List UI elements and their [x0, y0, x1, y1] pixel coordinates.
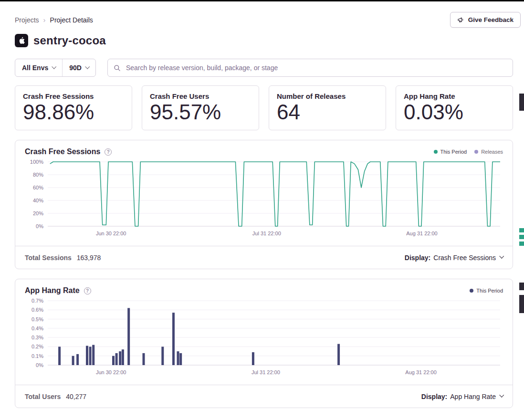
svg-text:Jul 31 22:00: Jul 31 22:00: [252, 231, 281, 236]
svg-text:0.6%: 0.6%: [31, 307, 43, 313]
svg-text:100%: 100%: [30, 159, 43, 165]
total-users-value: 40,277: [66, 393, 86, 400]
chart-area: 100%80%60%40%20%0%Jun 30 22:00Jul 31 22:…: [15, 156, 513, 246]
legend-dot-icon: [470, 289, 473, 293]
svg-text:0.5%: 0.5%: [31, 316, 43, 322]
stat-label: Crash Free Users: [150, 92, 251, 100]
legend-this-period[interactable]: This Period: [434, 149, 467, 155]
stat-card-crash-free-sessions: Crash Free Sessions 98.86%: [15, 85, 132, 130]
environment-selector-label: All Envs: [22, 64, 48, 72]
panel-header: Crash Free Sessions ? This Period Releas…: [15, 140, 513, 156]
stat-value: 98.86%: [23, 101, 124, 123]
panel-title: Crash Free Sessions: [25, 147, 100, 156]
chevron-down-icon: [85, 64, 90, 69]
svg-text:0.4%: 0.4%: [31, 326, 43, 331]
total-users-label: Total Users: [25, 393, 61, 400]
display-selector[interactable]: Display: Crash Free Sessions: [405, 254, 503, 262]
total-sessions-label: Total Sessions: [25, 254, 72, 262]
date-range-selector-label: 90D: [69, 64, 82, 72]
svg-text:40%: 40%: [33, 198, 43, 203]
panel-footer: Total Sessions 163,978 Display: Crash Fr…: [15, 246, 513, 269]
panel-footer: Total Users 40,277 Display: App Hang Rat…: [15, 385, 513, 408]
panel-title: App Hang Rate: [25, 286, 80, 295]
date-range-selector[interactable]: 90D: [62, 59, 95, 76]
release-search-box[interactable]: [107, 59, 513, 77]
svg-text:Aug 31 22:00: Aug 31 22:00: [405, 369, 436, 375]
chevron-down-icon: [499, 254, 504, 259]
screen-edge-artifact: [519, 94, 524, 111]
environment-selector[interactable]: All Envs: [15, 59, 62, 76]
stat-label: App Hang Rate: [404, 92, 505, 100]
chart-area: 0.7%0.6%0.5%0.4%0.3%0.2%0.1%0%Jun 30 22:…: [15, 295, 513, 385]
screen-edge-artifact: [519, 242, 524, 246]
chart-legend: This Period Releases: [434, 149, 503, 155]
page-content: Projects › Project Details Give Feedback…: [0, 12, 524, 408]
svg-text:Jun 30 22:00: Jun 30 22:00: [96, 231, 126, 236]
filter-bar: All Envs 90D: [15, 59, 513, 77]
svg-text:0%: 0%: [36, 223, 43, 229]
display-selector[interactable]: Display: App Hang Rate: [421, 393, 503, 400]
apple-platform-icon: [15, 34, 28, 47]
stat-card-number-of-releases: Number of Releases 64: [269, 85, 386, 130]
svg-text:0.7%: 0.7%: [31, 298, 43, 304]
stat-label: Crash Free Sessions: [23, 92, 124, 100]
window-top-edge: [0, 0, 524, 1]
svg-text:0.3%: 0.3%: [31, 335, 43, 340]
chevron-down-icon: [499, 393, 504, 398]
screen-edge-artifact: [519, 295, 524, 313]
give-feedback-label: Give Feedback: [468, 16, 514, 23]
megaphone-icon: [457, 16, 464, 23]
chevron-down-icon: [52, 64, 57, 69]
crash-free-sessions-chart: 100%80%60%40%20%0%Jun 30 22:00Jul 31 22:…: [25, 157, 503, 246]
filter-group: All Envs 90D: [15, 59, 96, 77]
stat-value: 0.03%: [404, 101, 505, 123]
search-icon: [114, 64, 121, 72]
screen-edge-artifact: [519, 235, 524, 239]
stat-value: 95.57%: [150, 101, 251, 123]
legend-dot-icon: [434, 150, 438, 154]
panel-header: App Hang Rate ? This Period: [15, 279, 513, 295]
svg-text:0.1%: 0.1%: [31, 353, 43, 359]
help-icon[interactable]: ?: [105, 148, 112, 156]
stat-card-app-hang-rate: App Hang Rate 0.03%: [396, 85, 513, 130]
page-title: sentry-cocoa: [33, 34, 106, 47]
legend-dot-icon: [474, 150, 478, 154]
svg-text:Aug 31 22:00: Aug 31 22:00: [406, 231, 437, 236]
project-header: sentry-cocoa: [15, 34, 513, 47]
svg-text:Jul 31 22:00: Jul 31 22:00: [252, 369, 280, 375]
svg-text:60%: 60%: [33, 185, 43, 190]
app-hang-rate-chart: 0.7%0.6%0.5%0.4%0.3%0.2%0.1%0%Jun 30 22:…: [25, 296, 503, 385]
breadcrumb-projects-link[interactable]: Projects: [15, 16, 39, 24]
svg-text:20%: 20%: [33, 210, 43, 216]
svg-text:0%: 0%: [36, 362, 43, 368]
svg-text:80%: 80%: [33, 172, 43, 178]
screen-edge-artifact: [519, 228, 524, 232]
app-hang-rate-panel: App Hang Rate ? This Period 0.7%0.6%0.5%…: [15, 279, 513, 408]
give-feedback-button[interactable]: Give Feedback: [450, 12, 521, 28]
breadcrumb-separator-icon: ›: [43, 16, 46, 24]
svg-text:Jun 30 22:00: Jun 30 22:00: [96, 369, 126, 375]
summary-stats: Crash Free Sessions 98.86% Crash Free Us…: [15, 85, 513, 130]
stat-card-crash-free-users: Crash Free Users 95.57%: [142, 85, 259, 130]
search-input[interactable]: [125, 63, 507, 72]
svg-text:0.2%: 0.2%: [31, 344, 43, 349]
chart-legend: This Period: [470, 288, 503, 294]
breadcrumb-current-page: Project Details: [50, 16, 93, 24]
screen-edge-artifact: [519, 283, 524, 290]
help-icon[interactable]: ?: [84, 287, 91, 294]
stat-value: 64: [277, 101, 378, 123]
stat-label: Number of Releases: [277, 92, 378, 100]
crash-free-sessions-panel: Crash Free Sessions ? This Period Releas…: [15, 140, 513, 269]
legend-this-period[interactable]: This Period: [470, 288, 503, 294]
legend-releases[interactable]: Releases: [474, 149, 503, 155]
total-sessions-value: 163,978: [77, 254, 101, 262]
breadcrumb: Projects › Project Details Give Feedback: [15, 12, 513, 28]
